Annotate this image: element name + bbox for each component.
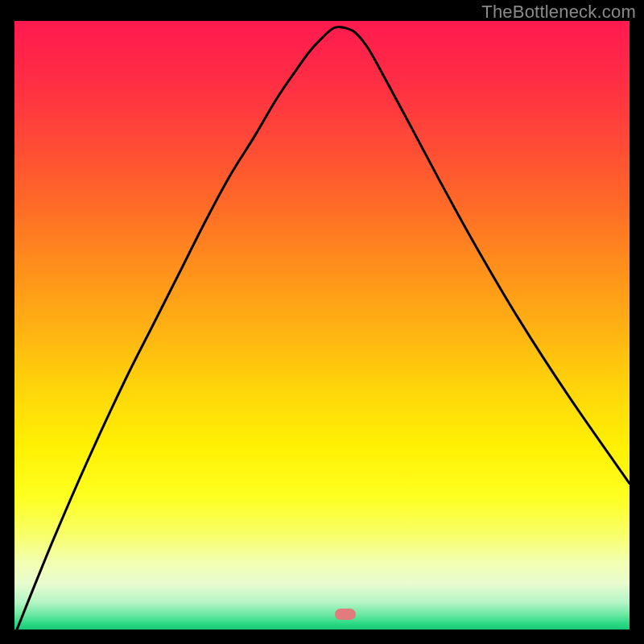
watermark-text: TheBottleneck.com bbox=[481, 2, 636, 23]
optimal-marker bbox=[335, 609, 356, 620]
bottleneck-curve bbox=[14, 21, 630, 630]
plot-area bbox=[14, 21, 630, 630]
chart-frame: TheBottleneck.com bbox=[0, 0, 644, 644]
